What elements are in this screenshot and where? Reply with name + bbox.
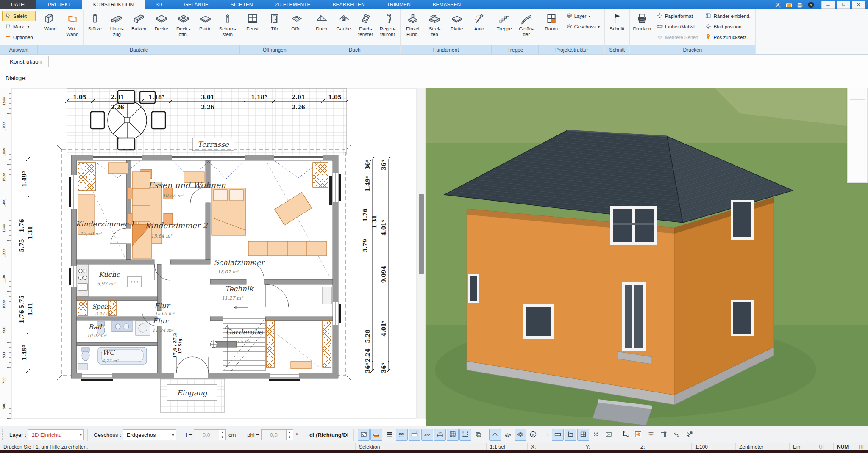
ribbon-button-decke[interactable]: Decke [150, 10, 172, 32]
grid-snap-button[interactable] [645, 429, 657, 441]
ribbon-button-fenst[interactable]: Fenst [242, 10, 264, 32]
line-styles-icon [385, 431, 393, 439]
length-input[interactable]: 0,0 [194, 429, 219, 440]
ribbon-button-label: Geschoss [574, 24, 596, 29]
length-stepper[interactable]: ▲▼ [219, 429, 226, 440]
grid-window-button[interactable] [577, 429, 589, 441]
ribbon-button-platte[interactable]: Platte [195, 10, 217, 32]
minimize-button[interactable] [821, 1, 835, 9]
layers-color-button[interactable] [472, 429, 484, 441]
ribbon-tab-datei[interactable]: DATEI [0, 0, 36, 9]
room-stamp-button[interactable] [409, 429, 420, 441]
grid-frame-button[interactable] [447, 429, 459, 441]
phi-input[interactable]: 0,0 [261, 429, 287, 440]
ribbon-button-drucken[interactable]: Drucken [631, 10, 653, 32]
ribbon-button-unter-zug[interactable]: Unter- zug [106, 10, 128, 37]
ribbon-tab-sichten[interactable]: SICHTEN [220, 0, 264, 9]
floorplan-2d-view[interactable]: Terrasse 1.05 2.01 1.18⁵ 3.01 [11, 88, 417, 419]
scrollbar-thumb[interactable] [419, 194, 424, 274]
dim-label: 4.01⁵ [381, 320, 387, 337]
text-abc-button[interactable]: Abc [421, 429, 433, 441]
print-setup-icon[interactable] [796, 1, 804, 8]
numbered-path-button[interactable]: 2 [670, 429, 682, 441]
ribbon-tab-projekt[interactable]: PROJEKT [36, 0, 82, 9]
ribbon-button-wand[interactable]: Wand [39, 10, 61, 32]
polyline-button[interactable] [620, 429, 632, 441]
north-arrow-button[interactable]: N [527, 429, 539, 441]
ribbon-button-geschoss[interactable]: Geschoss▾ [563, 22, 602, 32]
ribbon-tab-trimmen[interactable]: TRIMMEN [376, 0, 422, 9]
ribbon-tab-konstruktion[interactable]: KONSTRUKTION [82, 0, 145, 9]
ribbon-button-tür[interactable]: Tür [264, 10, 286, 32]
wall-hatch-button[interactable] [502, 429, 514, 441]
ribbon-button-layer[interactable]: Layer▾ [563, 11, 602, 21]
ribbon-button-schorn-stein[interactable]: Schorn- stein [217, 10, 239, 37]
roof-measure-button[interactable] [489, 429, 501, 441]
ribbon-tab-bearbeiten[interactable]: BEARBEITEN [322, 0, 376, 9]
status-field-y: Y: [582, 443, 637, 450]
ribbon-button-raum[interactable]: Raum [540, 10, 562, 32]
ribbon-button-gaube[interactable]: Gaube [333, 10, 355, 32]
ribbon-button-strei-fen[interactable]: Strei- fen [424, 10, 446, 37]
dashed-lines-button[interactable] [396, 429, 408, 441]
ribbon-button-papierformat[interactable]: Papierformat [654, 11, 701, 21]
toolbar-splitter[interactable]: ⁞ [545, 429, 550, 440]
snap-star-icon [634, 431, 642, 439]
restore-button[interactable] [837, 1, 850, 9]
phi-stepper[interactable]: ▲▼ [287, 429, 293, 440]
ribbon-button-gelän-der[interactable]: Gelän- der [515, 10, 537, 37]
plan-vertical-scrollbar[interactable] [417, 88, 426, 419]
dense-grid-button[interactable] [658, 429, 670, 441]
ribbon-button-regen-fallrohr[interactable]: Regen- fallrohr [377, 10, 399, 37]
ribbon-button-selekt[interactable]: Selekt [2, 11, 36, 21]
konstruktion-panel-tab[interactable]: Konstruktion [3, 56, 49, 67]
ribbon-button-dach[interactable]: Dach [311, 10, 333, 32]
cursor-deselect-button[interactable] [683, 429, 695, 441]
ribbon-button-öffn[interactable]: Öffn. [286, 10, 308, 32]
dimension-button[interactable]: 1.2 [434, 429, 446, 441]
transform-arrows-button[interactable] [590, 429, 602, 441]
ribbon-tab-2d-elemente[interactable]: 2D-ELEMENTE [264, 0, 322, 9]
room-name: Flur [153, 317, 169, 325]
ribbon-button-schnitt[interactable]: Schnitt [606, 10, 628, 32]
selection-frame-button[interactable] [459, 429, 471, 441]
ribbon-button-einheit-maßst[interactable]: Einheit/Maßst. [654, 22, 701, 32]
toolbox-icon[interactable] [785, 1, 793, 8]
ruler-button[interactable] [552, 429, 564, 441]
ribbon-button-mehrere-seiten[interactable]: Mehrere Seiten [654, 32, 701, 42]
ribbon-tab-gelände[interactable]: GELÄNDE [173, 0, 219, 9]
ribbon-button-stütze[interactable]: Stütze [84, 10, 106, 32]
corner-window-button[interactable] [565, 429, 576, 441]
tile-diamond-button[interactable] [515, 429, 526, 441]
layer-select[interactable]: 2D Einrichtu ▾ [28, 429, 84, 440]
ribbon-button-deck-öffn[interactable]: Deck.- öffn. [172, 10, 195, 37]
close-button[interactable] [852, 1, 865, 9]
ribbon-tab-bemassen[interactable]: BEMASSEN [422, 0, 472, 9]
ribbon-tab-3d[interactable]: 3D [145, 0, 173, 9]
ribbon-button-ränder-einblend[interactable]: Ränder einblend. [702, 11, 753, 21]
ribbon-button-dach-fenster[interactable]: Dach- fenster [355, 10, 377, 37]
hatch-fill-button[interactable] [358, 429, 370, 441]
help-icon[interactable]: ? [807, 1, 815, 8]
ribbon-button-platte[interactable]: Platte [446, 10, 468, 32]
3d-viewport[interactable] [426, 88, 868, 426]
image-frame-button[interactable] [603, 429, 615, 441]
ribbon-button-blatt-position[interactable]: Blatt position. [702, 22, 753, 32]
ribbon-button-mark[interactable]: Mark.▾ [2, 22, 36, 32]
ribbon-button-balken[interactable]: Balken [128, 10, 150, 32]
ribbon-button-einzel-fund[interactable]: Einzel Fund. [402, 10, 424, 37]
ribbon-button-virt-wand[interactable]: Virt. Wand [61, 10, 83, 37]
roof-2d-button[interactable] [370, 429, 382, 441]
ribbon-group-label: Treppe [492, 45, 539, 54]
line-styles-button[interactable] [383, 429, 395, 441]
toolbar-grip[interactable] [2, 429, 4, 440]
ribbon-button-auto[interactable]: Auto [468, 10, 490, 32]
ribbon-button-pos-zurücksetz[interactable]: Pos zurücksetz. [702, 32, 753, 42]
ribbon-button-treppe[interactable]: Treppe [493, 10, 515, 32]
geschoss-select[interactable]: Erdgeschos ▾ [123, 429, 176, 440]
tools-icon[interactable] [774, 1, 782, 8]
snap-star-button[interactable] [632, 429, 644, 441]
ribbon-button-optionen[interactable]: Optionen [2, 32, 36, 42]
ribbon-group-label: Schnitt [605, 45, 629, 54]
ribbon-button-label: Regen- fallrohr [380, 26, 396, 37]
